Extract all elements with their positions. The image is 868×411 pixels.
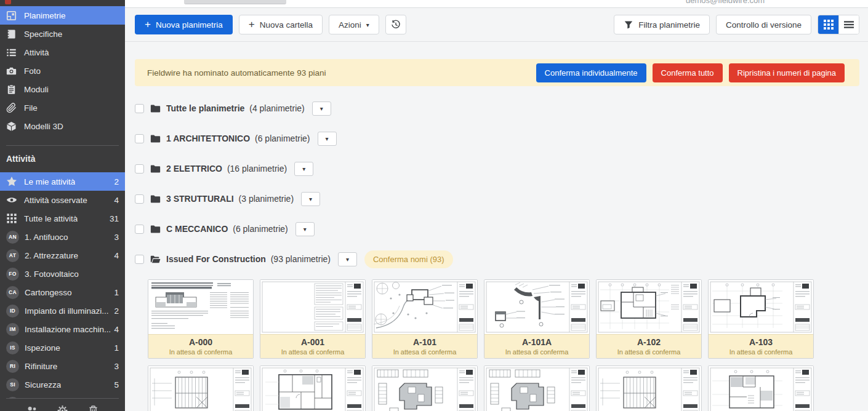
plan-card[interactable] [708,365,814,411]
sidebar-task-item-sicurezza[interactable]: SISicurezza 5 [0,375,125,394]
sidebar-divider [6,145,119,146]
people-icon[interactable] [26,405,38,411]
plan-status: In attesa di conferma [598,348,700,356]
trash-icon[interactable] [87,405,99,411]
sidebar-task-item-2-attrezzature[interactable]: AT2. Attrezzature 4 [0,246,125,265]
plan-card-a-101a[interactable]: A-101A In attesa di conferma [484,279,590,359]
sidebar-item-attivit[interactable]: Attività [0,43,125,62]
folder-row-2-elettrico[interactable]: 2 ELETTRICO (16 planimetrie) ▾ [135,159,859,178]
sidebar-task-item-installazione-macchin[interactable]: IMInstallazione macchin... 4 [0,320,125,338]
sidebar-nav: Planimetrie Specifiche Attività Foto Mod… [0,0,125,135]
sidebar-item-label: Specifiche [24,30,62,39]
folder-closed-icon [150,104,161,113]
folder-closed-icon [150,134,161,143]
folder-count: (4 planimetrie) [247,103,304,113]
folder-checkbox[interactable] [135,104,144,113]
plan-card[interactable] [484,365,590,411]
confirm-all-button[interactable]: Conferma tutto [653,63,723,82]
grid-view-button[interactable] [818,15,838,34]
plan-card[interactable] [596,365,702,411]
folder-dropdown-button[interactable]: ▾ [301,192,320,206]
restore-page-numbers-button[interactable]: Ripristina i numeri di pagina [729,63,845,82]
task-label: Attività osservate [24,196,87,205]
plan-card[interactable] [372,365,478,411]
category-badge: SI [6,378,19,391]
plan-icon [6,10,17,21]
sidebar-task-item-rifiniture[interactable]: RIRifiniture 3 [0,357,125,375]
plan-thumbnail [260,280,365,334]
plan-thumbnail [372,366,477,411]
category-badge: CA [6,286,19,299]
plan-card[interactable] [260,365,366,411]
folder-count: (6 planimetrie) [252,134,310,143]
plan-card[interactable] [148,365,254,411]
sidebar-task-item-tutte-le-attivit[interactable]: Tutte le attività 31 [0,209,125,228]
confirm-names-pill[interactable]: Conferma nomi (93) [364,250,453,268]
sidebar-task-item-ispezione[interactable]: ISIspezione 1 [0,338,125,357]
list-view-button[interactable] [838,15,859,34]
folder-dropdown-button[interactable]: ▾ [318,132,337,146]
sidebar-item-moduli[interactable]: Moduli [0,80,125,98]
sidebar-task-item-1-antifuoco[interactable]: AN1. Antifuoco 3 [0,228,125,246]
task-label: 2. Attrezzature [25,251,78,260]
plan-card-a-000[interactable]: A-000 In attesa di conferma [148,279,254,359]
task-count-badge: 4 [110,251,119,260]
sidebar-task-item-le-mie-attivit[interactable]: Le mie attività 2 [0,172,125,191]
plan-thumbnail [148,280,253,334]
folder-row-c-meccanico[interactable]: C MECCANICO (6 planimetrie) ▾ [135,219,859,239]
actions-button[interactable]: Azioni ▾ [329,15,379,34]
folder-checkbox[interactable] [135,164,144,174]
plans-content: Fieldwire ha nominato automaticamente 93… [125,42,868,411]
sidebar-item-foto[interactable]: Foto [0,62,125,80]
new-plan-button[interactable]: + Nuova planimetria [135,15,233,34]
tasks-icon [6,47,17,58]
folder-dropdown-button[interactable]: ▾ [295,222,315,236]
folder-checkbox[interactable] [135,194,144,204]
plan-card-a-101[interactable]: A-101 In attesa di conferma [372,279,478,359]
sidebar-item-planimetrie[interactable]: Planimetrie [0,6,125,25]
sidebar-task-item-attivit-osservate[interactable]: Attività osservate 4 [0,191,125,209]
sidebar-footer [0,398,125,411]
history-button[interactable] [385,15,406,34]
sidebar-item-modelli-3d[interactable]: Modelli 3D [0,117,125,135]
plan-status: In attesa di conferma [374,348,476,356]
sidebar-item-specifiche[interactable]: Specifiche [0,25,125,43]
chevron-down-icon: ▾ [320,105,323,112]
folder-dropdown-button[interactable]: ▾ [312,102,331,116]
plan-name: A-101A [486,337,588,348]
paperclip-icon [6,103,17,113]
sidebar-item-label: Attività [24,48,49,57]
category-badge: RI [6,360,19,373]
sidebar-task-item-impianto-di-illuminazi[interactable]: IDImpianto di illuminazi... 2 [0,301,125,320]
task-count-badge: 5 [110,380,119,389]
task-count-badge: 3 [110,362,119,371]
folder-row-issued-for-construction[interactable]: Issued For Construction (93 planimetrie)… [135,249,859,269]
version-control-button[interactable]: Controllo di versione [716,15,811,34]
plan-card-a-103[interactable]: A-103 In attesa di conferma [708,279,814,359]
folder-checkbox[interactable] [135,225,144,234]
filter-plans-button[interactable]: Filtra planimetrie [614,15,710,34]
plan-card-a-001[interactable]: A-001 In attesa di conferma [260,279,366,359]
plan-thumbnail [484,366,589,411]
folder-row-tutte-le-planimetrie[interactable]: Tutte le planimetrie (4 planimetrie) ▾ [135,98,859,118]
folder-name: 3 STRUTTURALI [166,194,234,204]
sidebar-item-file[interactable]: File [0,98,125,117]
confirm-individually-button[interactable]: Conferma individualmente [536,63,646,82]
sidebar-section-title: Attività [0,148,125,169]
new-folder-button[interactable]: + Nuova cartella [239,15,323,34]
plan-card-a-102[interactable]: A-102 In attesa di conferma [596,279,702,359]
task-label: Rifiniture [25,362,57,371]
settings-gear-icon[interactable] [57,405,68,411]
folder-row-1-architettonico[interactable]: 1 ARCHITETTONICO (6 planimetrie) ▾ [135,129,859,148]
main-panel: demos@fieldwire.com + Nuova planimetria … [125,0,868,411]
category-badge: AN [6,231,19,244]
folder-count: (93 planimetrie) [268,254,331,264]
folder-name: 1 ARCHITETTONICO [166,134,250,143]
folder-row-3-strutturali[interactable]: 3 STRUTTURALI (3 planimetrie) ▾ [135,189,859,209]
folder-dropdown-button[interactable]: ▾ [294,162,313,176]
sidebar-task-item-cartongesso[interactable]: CACartongesso 1 [0,283,125,301]
sidebar-task-item-3-fotovoltaico[interactable]: FO3. Fotovoltaico [0,265,125,283]
folder-checkbox[interactable] [135,255,144,264]
folder-dropdown-button[interactable]: ▾ [338,252,357,266]
folder-checkbox[interactable] [135,134,144,143]
